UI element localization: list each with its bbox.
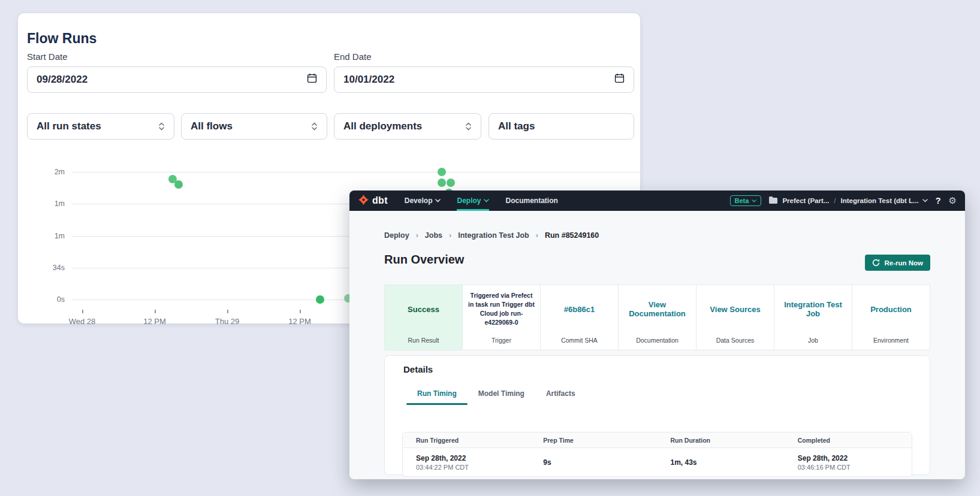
summary-card-label: Data Sources [696,337,774,344]
breadcrumb-separator-icon: › [449,231,451,240]
page-title: Run Overview [384,253,464,267]
select-chevrons-icon [311,122,318,131]
select-chevrons-icon [158,122,165,131]
calendar-icon [307,73,317,86]
breadcrumb-item-deploy[interactable]: Deploy [384,231,409,240]
run-summary-cards: SuccessRun ResultTriggered via Prefect i… [384,285,930,350]
environment-selector[interactable]: Integration Test (dbt L... [841,197,928,204]
tab-run-timing[interactable]: Run Timing [406,386,468,405]
gear-icon[interactable]: ⚙ [949,196,957,205]
x-axis-tick-label: 12 PM [143,317,166,326]
nav-item-documentation[interactable]: Documentation [505,190,557,211]
summary-card-trigger: Triggered via Prefect in task run Trigge… [463,285,541,350]
table-row: Sep 28th, 202203:44:22 PM CDT9s1m, 43sSe… [403,448,912,476]
summary-card-value[interactable]: #6b86c1 [546,285,613,333]
table-header-completed: Completed [785,437,912,444]
table-cell-main: Sep 28th, 2022 [416,454,530,462]
chevron-down-icon [922,199,928,202]
summary-card-label: Documentation [619,337,696,344]
flow-run-point[interactable] [438,168,446,176]
account-breadcrumb: Prefect (Part... / Integration Test (dbt… [769,196,927,205]
x-axis-tick [227,310,228,313]
table-header-run-triggered: Run Triggered [403,437,530,444]
beta-badge[interactable]: Beta [730,195,762,206]
end-date-value: 10/01/2022 [343,74,394,86]
summary-card-value[interactable]: Production [858,285,924,333]
breadcrumb: Deploy›Jobs›Integration Test Job›Run #85… [384,231,599,240]
filter-select-flows[interactable]: All flows [181,113,327,140]
x-axis-tick [82,310,83,313]
summary-card-value: Triggered via Prefect in task run Trigge… [468,285,535,333]
summary-card-label: Environment [852,337,930,344]
y-axis-tick-label: 34s [53,264,65,272]
table-cell: 1m, 43s [658,458,785,467]
table-cell-main: 9s [543,458,657,467]
chevron-down-icon [484,199,489,202]
chevron-down-icon [435,199,441,202]
flow-run-point[interactable] [316,295,324,304]
flow-run-point[interactable] [438,179,446,187]
start-date-value: 09/28/2022 [37,74,88,86]
dbt-logo[interactable]: dbt [358,194,388,208]
nav-item-deploy[interactable]: Deploy [457,190,489,211]
start-date-input[interactable]: 09/28/2022 [27,66,327,93]
summary-card-value[interactable]: Integration Test Job [780,285,846,333]
summary-card-commit-sha: #6b86c1Commit SHA [541,285,619,350]
summary-card-value[interactable]: View Documentation [624,285,690,333]
rerun-now-button[interactable]: Re-run Now [865,255,930,271]
desktop: Flow Runs Start Date 09/28/2022 End Date… [0,0,980,496]
x-axis-tick-label: Thu 29 [215,317,239,326]
dbt-logo-icon [358,194,369,208]
nav-item-label: Documentation [505,196,557,205]
summary-card-value[interactable]: View Sources [702,285,768,333]
help-icon[interactable]: ? [936,196,941,205]
chevron-down-icon [484,199,489,202]
dbt-top-navbar: dbt DevelopDeployDocumentation Beta Pref… [349,190,965,211]
filter-select-value: All deployments [343,120,422,132]
flow-run-point[interactable] [174,180,183,189]
calendar-icon [614,73,625,86]
folder-icon [769,196,777,205]
select-chevrons-icon [465,122,472,131]
tab-model-timing[interactable]: Model Timing [468,386,535,405]
environment-name: Integration Test (dbt L... [841,197,919,204]
filter-select-deployments[interactable]: All deployments [334,113,481,140]
nav-item-label: Develop [405,196,433,205]
panel-title: Flow Runs [27,31,97,47]
end-date-input[interactable]: 10/01/2022 [334,66,634,93]
filter-select-value: All run states [37,120,101,132]
refresh-icon [872,259,880,267]
tab-artifacts[interactable]: Artifacts [535,386,586,405]
flow-run-point[interactable] [447,179,455,187]
summary-card-label: Run Result [385,337,462,344]
breadcrumb-item-jobs[interactable]: Jobs [425,231,442,240]
summary-card-run-result: SuccessRun Result [385,285,463,350]
breadcrumb-separator-icon: › [536,231,538,240]
table-cell-main: 1m, 43s [671,458,785,467]
nav-item-develop[interactable]: Develop [405,190,441,211]
y-axis-tick-label: 0s [57,295,65,304]
summary-card-label: Trigger [463,337,540,344]
details-title: Details [403,364,433,374]
select-chevrons-icon [465,122,472,131]
chart-gridline [72,172,646,173]
summary-card-label: Job [774,337,852,344]
filter-select-run-states[interactable]: All run states [27,113,174,140]
table-header-row: Run TriggeredPrep TimeRun DurationComple… [403,433,912,448]
nav-menu: DevelopDeployDocumentation [405,190,574,211]
summary-card-value: Success [390,285,457,333]
y-axis-tick-label: 1m [55,199,65,208]
start-date-label: Start Date [27,52,68,62]
dbt-logo-text: dbt [372,195,388,206]
table-cell-sub: 03:46:16 PM CDT [798,464,912,471]
filter-select-tags[interactable]: All tags [489,113,634,140]
dbt-cloud-window: dbt DevelopDeployDocumentation Beta Pref… [349,190,965,479]
table-header-run-duration: Run Duration [658,437,785,444]
project-name[interactable]: Prefect (Part... [782,197,829,204]
rerun-now-label: Re-run Now [884,259,923,267]
nav-item-label: Deploy [457,196,481,205]
breadcrumb-item-integration-test-job[interactable]: Integration Test Job [458,231,529,240]
run-timing-table: Run TriggeredPrep TimeRun DurationComple… [402,432,912,477]
x-axis-tick [300,310,301,313]
select-chevrons-icon [158,122,165,131]
